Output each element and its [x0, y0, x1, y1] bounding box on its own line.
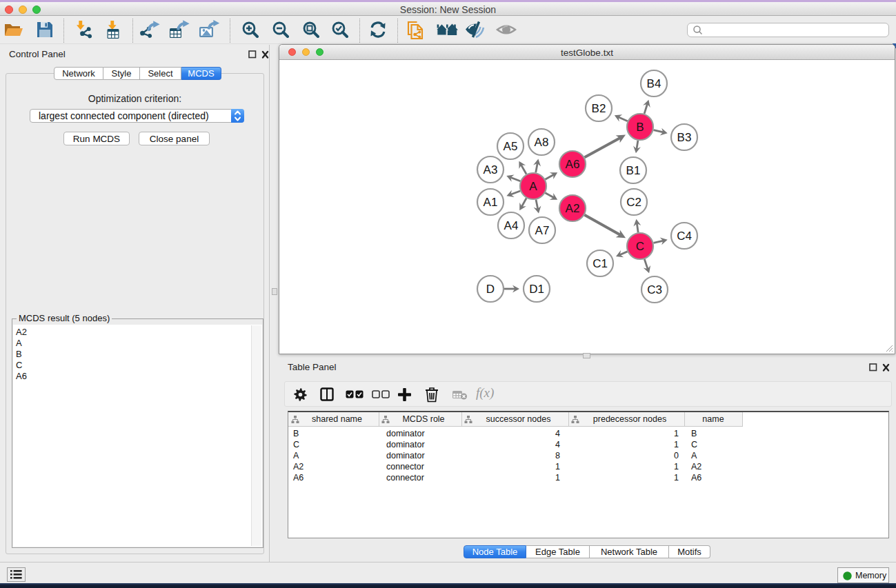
svg-text:A1: A1 [484, 196, 498, 209]
svg-text:C3: C3 [647, 283, 662, 296]
svg-text:A6: A6 [566, 158, 580, 171]
svg-text:B1: B1 [626, 164, 641, 177]
svg-text:A5: A5 [504, 140, 518, 153]
svg-text:A2: A2 [566, 202, 580, 215]
svg-text:B: B [636, 121, 644, 134]
svg-text:D: D [486, 283, 495, 296]
svg-text:B4: B4 [647, 77, 661, 90]
svg-text:C4: C4 [677, 230, 692, 243]
svg-text:A8: A8 [535, 136, 549, 149]
svg-text:B3: B3 [677, 131, 692, 144]
svg-text:A: A [529, 180, 537, 193]
svg-text:B2: B2 [592, 102, 606, 115]
svg-text:D1: D1 [529, 283, 544, 296]
svg-text:A7: A7 [535, 224, 550, 237]
svg-text:C: C [636, 240, 644, 253]
svg-text:C2: C2 [626, 196, 641, 209]
svg-text:A4: A4 [504, 219, 519, 232]
svg-text:A3: A3 [484, 163, 498, 176]
svg-text:C1: C1 [593, 257, 608, 270]
